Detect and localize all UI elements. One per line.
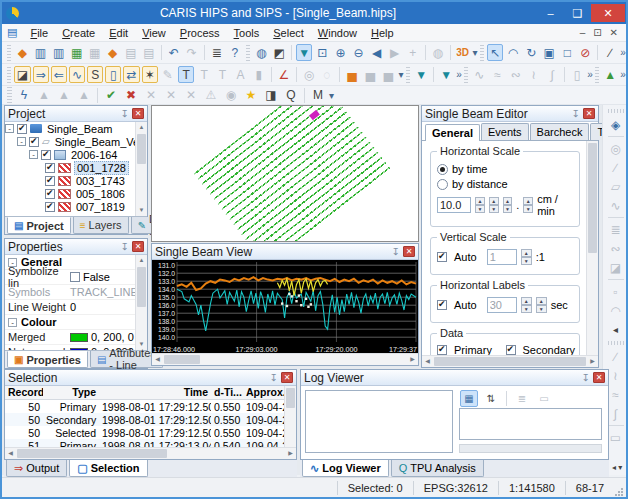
- project-close-icon[interactable]: ✕: [132, 108, 144, 119]
- tree-checkbox[interactable]: [29, 137, 39, 147]
- secondary-option[interactable]: Secondary: [506, 344, 575, 355]
- filter-query-icon[interactable]: ▼: [438, 66, 454, 83]
- reject-sub1-icon[interactable]: ✕: [142, 87, 160, 104]
- next-view-icon[interactable]: ▶: [387, 44, 403, 61]
- toolbar-handle[interactable]: [7, 45, 11, 61]
- tool-r13-icon[interactable]: ∫: [607, 405, 625, 422]
- tree-item-day[interactable]: 2006-164: [5, 148, 147, 161]
- primary-checkbox[interactable]: [437, 345, 447, 355]
- scroll-right-icon[interactable]: ▶: [407, 354, 418, 365]
- log-viewer-close-icon[interactable]: ✕: [593, 372, 605, 383]
- menu-process[interactable]: Process: [173, 26, 227, 40]
- profile-chart-icon[interactable]: ▅: [344, 66, 360, 83]
- selection-titlebar[interactable]: Selection ↧ ✕: [5, 370, 296, 386]
- toolbar-handle[interactable]: [7, 87, 12, 103]
- open-session-icon[interactable]: ▥: [51, 44, 67, 61]
- selection-hscrollbar[interactable]: ◀ ▶: [5, 447, 296, 459]
- tool-r6-icon[interactable]: ∾: [607, 240, 625, 257]
- spinner[interactable]: [521, 297, 532, 313]
- attribute-a-icon[interactable]: A: [233, 66, 249, 83]
- menu-edit[interactable]: Edit: [102, 26, 135, 40]
- tool-r3-icon[interactable]: ▱: [607, 178, 625, 195]
- tree-item-line[interactable]: 003_1743: [5, 174, 147, 187]
- export-icon[interactable]: ◆: [105, 44, 121, 61]
- properties-close-icon[interactable]: ✕: [132, 241, 144, 252]
- tree-checkbox[interactable]: [41, 150, 51, 160]
- tool-r1-icon[interactable]: ◎: [607, 140, 625, 157]
- tree-checkbox[interactable]: [45, 163, 55, 173]
- pin-icon[interactable]: ↧: [572, 108, 580, 119]
- chart-disabled-icon[interactable]: ▅: [362, 66, 378, 83]
- merge-tool-icon[interactable]: ⇄: [123, 66, 139, 83]
- tab-output[interactable]: ⇒ Output: [6, 460, 67, 477]
- pin-icon[interactable]: ↧: [392, 246, 400, 257]
- pan-icon[interactable]: +: [405, 44, 421, 61]
- by-distance-option[interactable]: by distance: [437, 178, 574, 190]
- tool-r11-icon[interactable]: ≀: [607, 367, 625, 384]
- tree-checkbox[interactable]: [17, 124, 27, 134]
- property-merged[interactable]: Merged 0, 200, 0: [5, 330, 135, 345]
- hscale-value-input[interactable]: [437, 197, 471, 213]
- toolbar-handle[interactable]: [608, 341, 624, 345]
- col-dtime[interactable]: d-Ti...: [211, 386, 243, 399]
- spline4-icon[interactable]: ≀: [526, 66, 542, 83]
- pencil-tool-icon[interactable]: ✎: [160, 66, 176, 83]
- tree-item-line[interactable]: 005_1806: [5, 187, 147, 200]
- toolbar-handle[interactable]: [246, 45, 250, 61]
- import-tide-icon[interactable]: ⇐: [51, 66, 67, 83]
- toolbar-handle[interactable]: [595, 67, 599, 83]
- tool-r4-icon[interactable]: ∿: [607, 197, 625, 214]
- expander-icon[interactable]: [29, 150, 38, 159]
- spinner[interactable]: [523, 197, 533, 213]
- undo-icon[interactable]: ↶: [166, 44, 182, 61]
- deselect-icon[interactable]: ⊘: [577, 44, 593, 61]
- reject-sub3-icon[interactable]: ✕: [182, 87, 200, 104]
- log-print-icon[interactable]: ≣: [513, 390, 531, 407]
- scroll-left-icon[interactable]: ◀: [422, 356, 433, 367]
- title-bar[interactable]: CARIS HIPS and SIPS - [Single_Beam.hips]…: [2, 2, 626, 24]
- single-beam-chart-area[interactable]: 131.0132.0133.0134.0135.0136.0137.0138.0…: [152, 260, 418, 353]
- rotate-select-icon[interactable]: ↻: [523, 44, 539, 61]
- mdi-close-button[interactable]: ✕: [610, 27, 618, 38]
- chart-disabled2-icon[interactable]: ▅: [380, 66, 396, 83]
- lasso-select-icon[interactable]: ◠: [505, 44, 521, 61]
- toolbar-handle[interactable]: [406, 67, 410, 83]
- tab-tpu-analysis[interactable]: Q TPU Analysis: [391, 460, 484, 477]
- pin-icon[interactable]: ↧: [582, 372, 590, 383]
- properties-vscrollbar[interactable]: ▲ ▼: [135, 255, 147, 350]
- menu-select[interactable]: Select: [266, 26, 311, 40]
- tool-r7-icon[interactable]: ◪: [607, 259, 625, 276]
- open-image-icon[interactable]: ▦: [69, 44, 85, 61]
- map-view[interactable]: [151, 105, 419, 242]
- scroll-thumb[interactable]: [286, 388, 295, 408]
- eraser-tool-icon[interactable]: ◪: [14, 66, 30, 83]
- tab-project[interactable]: ▤ Project: [7, 217, 71, 234]
- project-tree-vscrollbar[interactable]: ▲ ▼: [135, 122, 147, 216]
- tool-r5-icon[interactable]: ≣: [607, 221, 625, 238]
- col-type[interactable]: Type: [43, 386, 99, 399]
- scroll-thumb[interactable]: [137, 134, 146, 164]
- mdi-document-icon[interactable]: ▤: [7, 26, 17, 39]
- open-project-icon[interactable]: ▥: [32, 44, 48, 61]
- spinner[interactable]: [503, 197, 513, 213]
- by-time-radio[interactable]: [437, 164, 448, 175]
- tool-r14-icon[interactable]: ▭: [607, 429, 625, 446]
- info-icon[interactable]: ◉: [222, 87, 240, 104]
- table-row[interactable]: 50 Secondary 1998-08-01 17:29:12.500 0.5…: [5, 413, 284, 426]
- tool-r12-icon[interactable]: ≈: [607, 386, 625, 403]
- property-line-weight[interactable]: Line Weight 0: [5, 300, 135, 315]
- scroll-up-icon[interactable]: ▲: [136, 255, 147, 266]
- find-replace-icon[interactable]: ◨: [262, 87, 280, 104]
- sort-az-icon[interactable]: ⇅: [482, 390, 500, 407]
- scroll-thumb[interactable]: [164, 355, 200, 364]
- tool-r9-icon[interactable]: ◠: [607, 302, 625, 319]
- save-icon[interactable]: ▤: [123, 44, 139, 61]
- log-viewer-titlebar[interactable]: Log Viewer ↧ ✕: [301, 370, 608, 386]
- globe-icon[interactable]: ◍: [430, 44, 446, 61]
- scroll-left-icon[interactable]: ◀: [5, 448, 16, 459]
- spline6-icon[interactable]: ▯: [569, 66, 585, 83]
- triangle3-icon[interactable]: ▲: [75, 87, 93, 104]
- pin-icon[interactable]: ↧: [121, 241, 129, 252]
- properties-section-colour[interactable]: Colour: [5, 315, 135, 330]
- scroll-left-icon[interactable]: ◀: [152, 354, 163, 365]
